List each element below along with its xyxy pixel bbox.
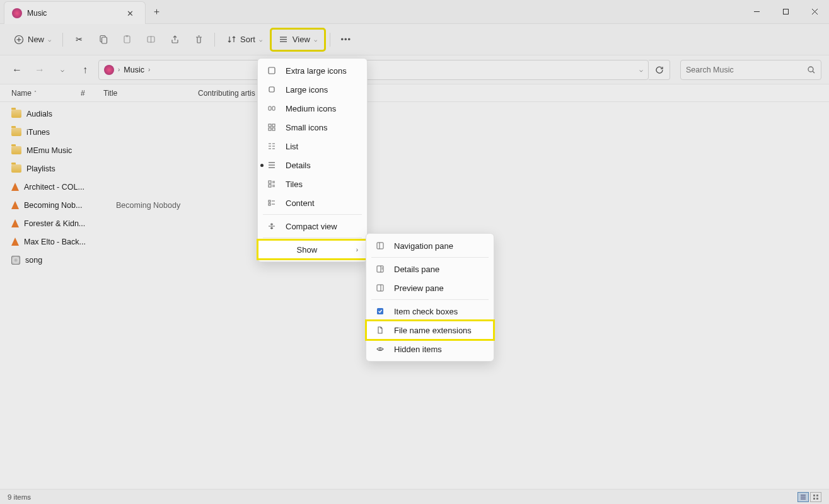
music-icon <box>12 8 22 18</box>
menu-file-name-extensions[interactable]: File name extensions <box>366 321 494 340</box>
vlc-icon <box>11 183 19 191</box>
file-row[interactable]: Playlists <box>11 159 829 178</box>
svg-rect-32 <box>272 128 275 130</box>
close-window-button[interactable] <box>800 2 829 22</box>
more-icon: ••• <box>340 35 351 44</box>
file-row[interactable]: MEmu Music <box>11 141 829 159</box>
details-pane-icon <box>375 264 385 274</box>
svg-line-17 <box>813 71 815 73</box>
recent-dropdown[interactable]: ⌵ <box>53 60 72 79</box>
close-tab-button[interactable]: ✕ <box>123 8 137 20</box>
menu-preview-pane[interactable]: Preview pane <box>366 278 494 297</box>
folder-icon <box>11 128 21 136</box>
column-name[interactable]: Name˄ <box>11 89 81 98</box>
new-tab-button[interactable]: ＋ <box>146 1 167 23</box>
vlc-icon <box>11 219 19 227</box>
view-button[interactable]: View ⌵ <box>271 29 325 50</box>
chevron-down-icon: ⌵ <box>48 37 51 43</box>
menu-details[interactable]: Details <box>258 156 367 175</box>
show-submenu: Navigation pane Details pane Preview pan… <box>366 233 494 362</box>
chevron-down-icon: ⌵ <box>314 37 317 43</box>
nav-pane-icon <box>375 241 385 251</box>
svg-rect-10 <box>125 35 128 37</box>
menu-medium-icons[interactable]: Medium icons <box>258 99 367 118</box>
rename-button[interactable] <box>140 29 161 50</box>
svg-rect-23 <box>813 498 815 500</box>
menu-item-check-boxes[interactable]: Item check boxes <box>366 302 494 321</box>
delete-button[interactable] <box>188 29 209 50</box>
thumbnails-view-toggle[interactable] <box>810 492 821 502</box>
up-button[interactable]: ↑ <box>76 60 95 79</box>
menu-compact-view[interactable]: Compact view <box>258 217 367 236</box>
file-row[interactable]: Architect - COL... <box>11 178 829 196</box>
refresh-button[interactable] <box>649 60 670 80</box>
search-box[interactable] <box>680 60 821 80</box>
file-name: Architect - COL... <box>24 183 88 192</box>
compact-icon <box>267 221 277 231</box>
menu-details-pane[interactable]: Details pane <box>366 260 494 278</box>
tab[interactable]: Music ✕ <box>4 1 146 25</box>
paste-button[interactable] <box>116 29 137 50</box>
menu-show[interactable]: Show› <box>258 240 367 259</box>
details-view-toggle[interactable] <box>797 492 809 502</box>
file-name: Audials <box>26 110 91 118</box>
file-row[interactable]: Audials <box>11 105 829 123</box>
maximize-button[interactable] <box>771 2 800 22</box>
content-icon <box>267 198 277 208</box>
svg-rect-29 <box>269 124 271 127</box>
svg-rect-50 <box>269 203 270 205</box>
sort-button[interactable]: Sort ⌵ <box>220 29 269 50</box>
copy-button[interactable] <box>92 29 113 50</box>
menu-extra-large-icons[interactable]: Extra large icons <box>258 61 367 80</box>
share-button[interactable] <box>164 29 185 50</box>
file-icon <box>375 325 385 335</box>
file-row[interactable]: iTunes <box>11 123 829 141</box>
svg-rect-21 <box>813 495 815 496</box>
breadcrumb-item[interactable]: Music <box>124 66 144 74</box>
status-bar: 9 items <box>0 489 829 504</box>
svg-rect-48 <box>269 200 270 202</box>
address-bar[interactable]: › Music › ⌵ <box>98 60 649 80</box>
search-input[interactable] <box>686 66 807 74</box>
back-button[interactable]: ← <box>8 60 26 79</box>
chevron-down-icon[interactable]: ⌵ <box>639 66 643 73</box>
file-name: Max Elto - Back... <box>24 238 88 246</box>
music-icon <box>104 65 114 75</box>
cut-icon: ✂ <box>74 35 84 45</box>
item-count: 9 items <box>8 493 31 501</box>
menu-hidden-items[interactable]: Hidden items <box>366 340 494 358</box>
svg-point-16 <box>808 67 813 72</box>
column-number[interactable]: # <box>81 89 103 98</box>
svg-rect-60 <box>377 308 383 314</box>
svg-rect-52 <box>377 243 383 249</box>
large-icons-icon <box>267 84 277 94</box>
menu-list[interactable]: List <box>258 137 367 156</box>
plus-circle-icon <box>14 35 24 45</box>
cut-button[interactable]: ✂ <box>68 29 90 50</box>
svg-rect-9 <box>124 36 130 43</box>
menu-small-icons[interactable]: Small icons <box>258 118 367 137</box>
eye-icon <box>375 344 385 354</box>
search-icon[interactable] <box>807 66 816 74</box>
file-name: song <box>25 256 90 265</box>
file-row[interactable]: Forester & Kidn... <box>11 214 829 232</box>
new-button[interactable]: New ⌵ <box>8 29 57 50</box>
view-menu: Extra large icons Large icons Medium ico… <box>257 58 368 262</box>
svg-rect-42 <box>269 181 271 183</box>
minimize-button[interactable] <box>742 2 771 22</box>
view-icon <box>279 35 289 45</box>
forward-button[interactable]: → <box>30 60 49 79</box>
menu-tiles[interactable]: Tiles <box>258 175 367 193</box>
file-row[interactable]: Becoming Nob...Becoming Nobody <box>11 196 829 214</box>
checkbox-icon <box>375 306 385 316</box>
menu-navigation-pane[interactable]: Navigation pane <box>366 236 494 255</box>
chevron-right-icon: › <box>356 246 358 253</box>
more-button[interactable]: ••• <box>335 29 357 50</box>
tab-title: Music <box>27 9 118 18</box>
column-title[interactable]: Title <box>103 89 198 98</box>
svg-rect-24 <box>816 498 818 500</box>
menu-large-icons[interactable]: Large icons <box>258 80 367 99</box>
menu-content[interactable]: Content <box>258 193 367 212</box>
sort-asc-icon: ˄ <box>34 90 37 96</box>
paste-icon <box>122 35 132 45</box>
